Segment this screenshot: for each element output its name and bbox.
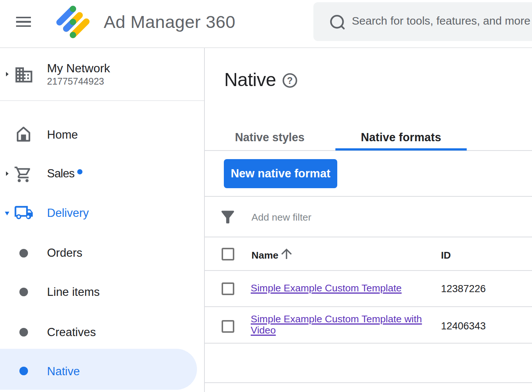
svg-text:?: ? [287, 75, 292, 86]
